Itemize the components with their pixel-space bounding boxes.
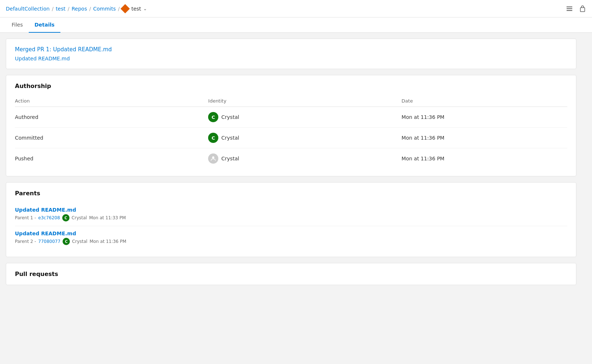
identity-name: Crystal xyxy=(221,156,239,161)
parents-title: Parents xyxy=(15,190,567,197)
bag-icon[interactable] xyxy=(579,5,586,12)
pull-requests-card: Pull requests xyxy=(6,263,576,285)
authorship-card: Authorship Action Identity Date Authored… xyxy=(6,75,576,176)
identity-cell: Crystal xyxy=(208,153,401,164)
repo-icon xyxy=(120,4,130,13)
svg-rect-3 xyxy=(567,7,568,7)
identity-cell: CCrystal xyxy=(208,133,401,143)
parent-hash[interactable]: 77080077 xyxy=(38,239,60,244)
authorship-date: Mon at 11:36 PM xyxy=(402,128,567,148)
parent-entry: Updated README.mdParent 1 -e3c76208CCrys… xyxy=(15,203,567,226)
chevron-down-icon[interactable]: ⌄ xyxy=(143,6,147,11)
identity-name: Crystal xyxy=(221,114,239,120)
authorship-row: AuthoredCCrystalMon at 11:36 PM xyxy=(15,107,567,128)
parent-meta: Parent 2 -77080077CCrystalMon at 11:36 P… xyxy=(15,238,567,245)
pull-requests-title: Pull requests xyxy=(15,271,567,277)
top-nav: DefaultCollection / test / Repos / Commi… xyxy=(0,0,592,17)
authorship-title: Authorship xyxy=(15,83,567,89)
list-icon[interactable] xyxy=(566,5,573,12)
parent-label: Parent 2 - xyxy=(15,239,36,244)
authorship-table: Action Identity Date AuthoredCCrystalMon… xyxy=(15,95,567,169)
authorship-action: Committed xyxy=(15,128,208,148)
authorship-date: Mon at 11:36 PM xyxy=(402,148,567,169)
sep4: / xyxy=(118,6,120,12)
authorship-row: PushedCrystalMon at 11:36 PM xyxy=(15,148,567,169)
parent-identity-name: Crystal xyxy=(72,239,87,244)
commit-message-card: Merged PR 1: Updated README.md Updated R… xyxy=(6,39,576,69)
breadcrumb-project[interactable]: test xyxy=(56,6,65,12)
authorship-identity: Crystal xyxy=(208,148,401,169)
avatar: C xyxy=(62,214,69,221)
breadcrumb: DefaultCollection / test / Repos / Commi… xyxy=(6,5,147,12)
parent-identity-name: Crystal xyxy=(72,215,87,220)
parent-meta: Parent 1 -e3c76208CCrystalMon at 11:33 P… xyxy=(15,214,567,221)
parent-date: Mon at 11:33 PM xyxy=(89,215,126,220)
sep3: / xyxy=(89,6,91,12)
avatar xyxy=(208,153,218,164)
parent-date: Mon at 11:36 PM xyxy=(90,239,126,244)
svg-rect-2 xyxy=(567,10,572,11)
sep1: / xyxy=(52,6,53,12)
svg-rect-4 xyxy=(580,8,585,12)
avatar: C xyxy=(63,238,70,245)
tab-files[interactable]: Files xyxy=(6,17,29,33)
parents-card: Parents Updated README.mdParent 1 -e3c76… xyxy=(6,182,576,257)
breadcrumb-repo-name[interactable]: test xyxy=(131,6,141,12)
breadcrumb-commits[interactable]: Commits xyxy=(93,6,116,12)
authorship-identity: CCrystal xyxy=(208,107,401,128)
identity-cell: CCrystal xyxy=(208,112,401,122)
top-nav-icons xyxy=(566,5,586,12)
pr-link[interactable]: Merged PR 1: Updated README.md xyxy=(15,46,567,53)
parent-title[interactable]: Updated README.md xyxy=(15,231,567,236)
commit-description[interactable]: Updated README.md xyxy=(15,56,70,61)
tabs-bar: Files Details xyxy=(0,17,592,33)
parent-label: Parent 1 - xyxy=(15,215,36,220)
avatar: C xyxy=(208,112,218,122)
main-content: Merged PR 1: Updated README.md Updated R… xyxy=(0,33,582,291)
svg-point-5 xyxy=(212,156,214,159)
authorship-date: Mon at 11:36 PM xyxy=(402,107,567,128)
parent-title[interactable]: Updated README.md xyxy=(15,207,567,213)
authorship-action: Authored xyxy=(15,107,208,128)
svg-rect-1 xyxy=(567,8,572,9)
parent-entry: Updated README.mdParent 2 -77080077CCrys… xyxy=(15,226,567,249)
breadcrumb-collection[interactable]: DefaultCollection xyxy=(6,6,49,12)
breadcrumb-repos[interactable]: Repos xyxy=(72,6,87,12)
col-header-action: Action xyxy=(15,95,208,107)
avatar: C xyxy=(208,133,218,143)
col-header-date: Date xyxy=(402,95,567,107)
identity-name: Crystal xyxy=(221,135,239,141)
authorship-action: Pushed xyxy=(15,148,208,169)
parent-hash[interactable]: e3c76208 xyxy=(38,215,60,220)
sep2: / xyxy=(68,6,69,12)
authorship-identity: CCrystal xyxy=(208,128,401,148)
col-header-identity: Identity xyxy=(208,95,401,107)
authorship-row: CommittedCCrystalMon at 11:36 PM xyxy=(15,128,567,148)
tab-details[interactable]: Details xyxy=(29,17,60,33)
